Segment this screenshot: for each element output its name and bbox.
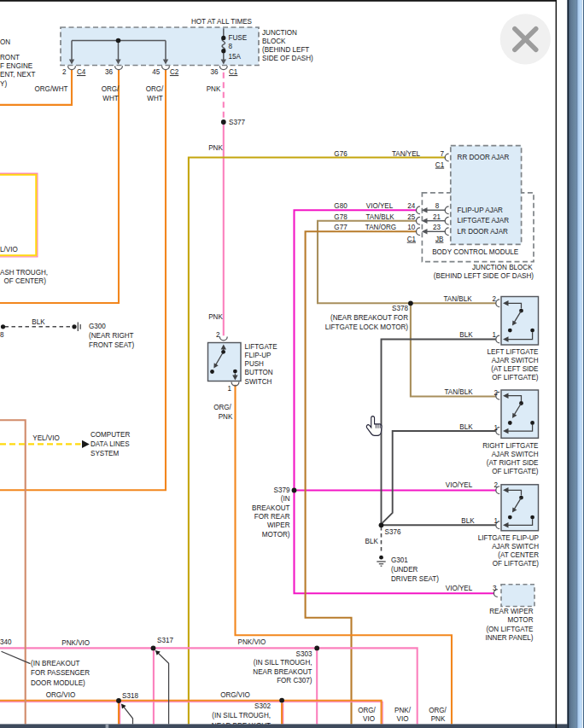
svg-text:OF CENTER): OF CENTER) [4,277,47,286]
svg-text:WIPER: WIPER [267,521,290,530]
svg-text:45: 45 [152,67,160,77]
svg-text:ORG/: ORG/ [429,705,447,714]
svg-text:OF LIFTGATE): OF LIFTGATE) [492,467,538,476]
svg-text:2: 2 [62,67,67,77]
svg-text:JUNCTION BLOCK: JUNCTION BLOCK [472,262,533,271]
svg-text:BLK: BLK [459,422,473,432]
svg-text:ORG/: ORG/ [213,402,231,411]
svg-text:JB: JB [435,234,444,243]
svg-text:G78: G78 [334,212,347,221]
svg-text:L/VIO: L/VIO [0,245,18,254]
svg-text:PNK: PNK [207,84,221,94]
svg-text:FLIP-UP: FLIP-UP [244,350,271,359]
svg-text:LIFTGATE AJAR: LIFTGATE AJAR [458,216,510,225]
svg-text:C4: C4 [77,67,86,77]
svg-text:TAN/YEL: TAN/YEL [392,149,420,158]
svg-text:VIO/YEL: VIO/YEL [446,480,473,490]
svg-text:10: 10 [407,223,415,232]
svg-text:DATA LINES: DATA LINES [91,439,130,448]
svg-text:2: 2 [216,329,220,339]
svg-text:F ENGINE: F ENGINE [0,61,32,71]
svg-text:BLK: BLK [459,330,473,340]
svg-text:PNK/: PNK/ [394,705,411,714]
svg-text:PNK: PNK [208,143,223,153]
svg-text:BLOCK: BLOCK [262,36,286,45]
svg-text:BODY CONTROL MODULE: BODY CONTROL MODULE [432,247,518,256]
svg-text:8: 8 [228,42,232,51]
svg-text:LIFTGATE: LIFTGATE [244,341,277,351]
svg-text:COMPUTER: COMPUTER [91,429,130,439]
svg-text:S318: S318 [122,691,138,701]
svg-text:8: 8 [435,201,440,211]
svg-text:(BEHIND LEFT: (BEHIND LEFT [262,45,310,55]
svg-text:RIGHT LIFTGATE: RIGHT LIFTGATE [482,440,539,450]
svg-text:15A: 15A [228,52,241,61]
svg-text:FOR C307): FOR C307) [277,675,312,684]
svg-text:ON: ON [0,37,10,46]
svg-text:G80: G80 [334,201,347,211]
svg-text:S303: S303 [296,649,312,659]
svg-text:MOTOR): MOTOR) [262,529,290,539]
svg-text:25: 25 [407,212,415,221]
svg-text:3: 3 [493,584,497,593]
svg-text:(NEAR BREAKOUT FOR: (NEAR BREAKOUT FOR [330,313,408,323]
svg-text:(IN SILL TROUGH,: (IN SILL TROUGH, [254,658,312,667]
svg-text:HOT AT ALL TIMES: HOT AT ALL TIMES [191,17,252,26]
svg-text:AJAR SWITCH: AJAR SWITCH [492,355,539,364]
svg-text:LR DOOR AJAR: LR DOOR AJAR [458,226,508,236]
svg-text:1: 1 [227,383,231,393]
svg-text:SYSTEM: SYSTEM [91,448,119,457]
svg-text:(NEAR RIGHT: (NEAR RIGHT [89,331,134,341]
svg-text:ORG/WHT: ORG/WHT [34,84,68,94]
svg-text:340: 340 [0,637,12,646]
svg-text:VIO: VIO [397,714,409,724]
svg-text:36: 36 [210,67,218,77]
svg-text:G300: G300 [89,322,106,331]
svg-text:2: 2 [492,294,496,304]
svg-text:PNK/VIO: PNK/VIO [61,638,90,647]
svg-text:WHT: WHT [147,94,163,103]
svg-text:SIDE OF DASH): SIDE OF DASH) [262,54,313,63]
svg-text:1: 1 [493,515,498,525]
svg-text:PNK/VIO: PNK/VIO [238,637,266,646]
svg-text:FOR REAR: FOR REAR [254,512,290,521]
svg-text:TAN/BLK: TAN/BLK [444,387,472,397]
svg-text:TAN/BLK: TAN/BLK [443,294,471,304]
svg-text:1: 1 [492,330,496,340]
svg-text:REAR WIPER: REAR WIPER [489,607,533,616]
svg-text:Y): Y) [0,79,7,88]
svg-text:DOOR MODULE): DOOR MODULE) [31,678,85,687]
svg-text:FLIP-UP AJAR: FLIP-UP AJAR [458,205,503,214]
svg-text:FUSE: FUSE [228,33,247,43]
svg-text:RR DOOR AJAR: RR DOOR AJAR [458,153,510,162]
svg-text:BLK: BLK [32,317,45,326]
svg-text:VIO/YEL: VIO/YEL [366,201,394,211]
svg-text:INNER PANEL): INNER PANEL) [485,633,533,643]
svg-text:BUTTON: BUTTON [244,368,272,377]
svg-text:23: 23 [433,223,441,232]
svg-text:(AT CENTER: (AT CENTER [498,550,539,560]
svg-text:C2: C2 [170,67,179,77]
svg-text:LEFT LIFTGATE: LEFT LIFTGATE [488,347,539,356]
svg-text:VIO/YEL: VIO/YEL [446,583,473,592]
svg-text:OF LIFTGATE): OF LIFTGATE) [493,559,539,568]
svg-text:S302: S302 [254,702,271,711]
svg-text:(AT LEFT SIDE: (AT LEFT SIDE [491,364,539,374]
svg-text:LIFTGATE LOCK MOTOR): LIFTGATE LOCK MOTOR) [325,322,408,331]
svg-text:S376: S376 [385,527,401,536]
svg-text:BLK: BLK [365,536,379,545]
svg-text:(UNDER: (UNDER [391,565,418,574]
svg-text:8: 8 [0,330,4,340]
svg-text:(IN BREAKOUT: (IN BREAKOUT [31,659,80,668]
svg-text:24: 24 [407,201,415,211]
svg-text:PNK: PNK [219,411,233,421]
svg-text:1: 1 [493,422,498,432]
svg-text:OF LIFTGATE): OF LIFTGATE) [492,373,538,382]
svg-text:ORG/: ORG/ [358,705,376,714]
svg-text:ORG/VIO: ORG/VIO [220,690,250,700]
svg-text:G76: G76 [334,149,347,158]
svg-text:FRONT SEAT): FRONT SEAT) [89,341,134,350]
svg-text:FOR PASSENGER: FOR PASSENGER [31,668,90,678]
svg-text:JUNCTION: JUNCTION [262,27,297,37]
svg-text:WHT: WHT [102,94,119,103]
